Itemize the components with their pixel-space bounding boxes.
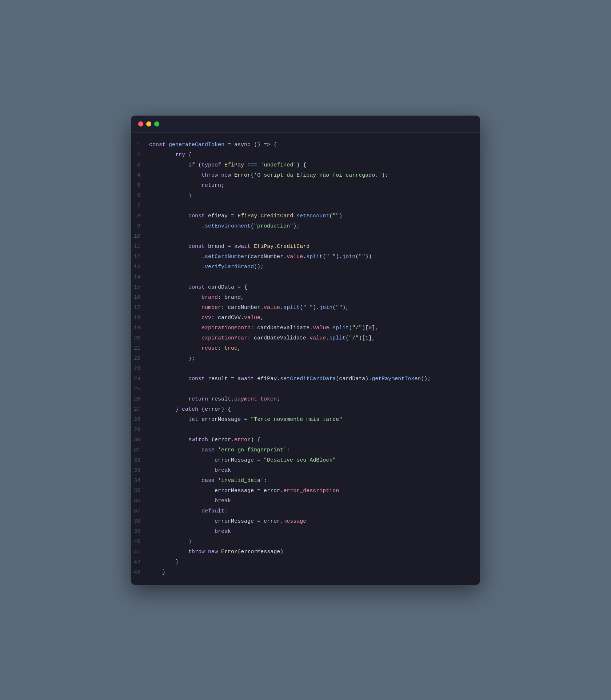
line-number: 8 — [131, 212, 149, 221]
code-line: 24 const result = await efiPay.setCredit… — [131, 374, 480, 384]
code-line: 28 let errorMessage = "Tente novamente m… — [131, 415, 480, 425]
line-content: } — [149, 537, 192, 547]
code-line: 13 .verifyCardBrand(); — [131, 262, 480, 272]
line-number: 6 — [131, 191, 149, 201]
maximize-button[interactable] — [154, 121, 159, 126]
line-content: reuse: true, — [149, 344, 241, 353]
line-content: errorMessage = "Desative seu AdBlock" — [149, 456, 336, 465]
code-line: 2 try { — [131, 150, 480, 160]
line-number: 21 — [131, 344, 149, 353]
line-number: 2 — [131, 150, 149, 160]
code-line: 23 — [131, 364, 480, 374]
line-content: const cardData = { — [149, 283, 247, 292]
line-number: 22 — [131, 354, 149, 363]
line-number: 19 — [131, 323, 149, 333]
line-number: 42 — [131, 558, 149, 567]
line-content: const result = await efiPay.setCreditCar… — [149, 374, 431, 384]
line-number: 9 — [131, 222, 149, 231]
line-number: 40 — [131, 537, 149, 547]
line-content: const generateCardToken = async () => { — [149, 140, 277, 150]
code-line: 19 expirationMonth: cardDateValidate.val… — [131, 323, 480, 333]
line-content: errorMessage = error.message — [149, 517, 306, 526]
line-content: let errorMessage = "Tente novamente mais… — [149, 415, 342, 425]
line-content: cvv: cardCVV.value, — [149, 313, 264, 323]
line-number: 26 — [131, 395, 149, 404]
code-line: 6 } — [131, 191, 480, 201]
line-content: case 'erro_gn_fingerprint': — [149, 446, 290, 455]
code-container: 1 const generateCardToken = async () => … — [131, 133, 480, 585]
line-content: .setCardNumber(cardNumber.value.split(" … — [149, 252, 372, 262]
code-line: 31 case 'erro_gn_fingerprint': — [131, 445, 480, 455]
line-number: 15 — [131, 283, 149, 292]
code-editor-window: 1 const generateCardToken = async () => … — [131, 116, 480, 585]
line-number: 28 — [131, 415, 149, 425]
line-content: } — [149, 558, 179, 567]
line-number: 33 — [131, 466, 149, 475]
line-content: expirationMonth: cardDateValidate.value.… — [149, 323, 378, 333]
line-number: 20 — [131, 334, 149, 343]
line-content: break — [149, 496, 231, 506]
line-content: throw new Error(errorMessage) — [149, 547, 283, 557]
code-line: 22 }; — [131, 354, 480, 364]
line-content: break — [149, 527, 231, 536]
code-line: 36 break — [131, 496, 480, 506]
line-number: 10 — [131, 232, 149, 241]
code-line: 14 — [131, 272, 480, 282]
line-content: expirationYear: cardDateValidate.value.s… — [149, 334, 375, 343]
code-line: 4 throw new Error('O script da Efipay nã… — [131, 170, 480, 181]
line-content: } — [149, 568, 165, 577]
line-number: 41 — [131, 547, 149, 557]
line-content: return result.payment_token; — [149, 395, 280, 404]
code-line: 40 } — [131, 537, 480, 547]
code-line: 43 } — [131, 567, 480, 578]
line-number: 13 — [131, 262, 149, 272]
code-line: 16 brand: brand, — [131, 293, 480, 303]
code-line: 20 expirationYear: cardDateValidate.valu… — [131, 333, 480, 343]
line-content: break — [149, 466, 231, 475]
line-number: 16 — [131, 293, 149, 302]
line-number: 18 — [131, 313, 149, 323]
line-number: 38 — [131, 517, 149, 526]
minimize-button[interactable] — [146, 121, 151, 126]
line-content: switch (error.error) { — [149, 435, 260, 445]
code-line: 37 default: — [131, 506, 480, 516]
line-number: 31 — [131, 446, 149, 455]
code-line: 17 number: cardNumber.value.split(" ").j… — [131, 303, 480, 313]
code-line: 29 — [131, 425, 480, 435]
code-line: 18 cvv: cardCVV.value, — [131, 313, 480, 323]
line-number: 25 — [131, 385, 149, 394]
line-number: 24 — [131, 374, 149, 384]
line-number: 27 — [131, 405, 149, 414]
code-line: 32 errorMessage = "Desative seu AdBlock" — [131, 455, 480, 466]
line-content: number: cardNumber.value.split(" ").join… — [149, 303, 349, 313]
close-button[interactable] — [138, 121, 143, 126]
code-line: 42 } — [131, 557, 480, 567]
line-content: errorMessage = error.error_description — [149, 486, 339, 496]
line-content: brand: brand, — [149, 293, 244, 302]
code-line: 21 reuse: true, — [131, 343, 480, 354]
line-number: 4 — [131, 171, 149, 180]
line-number: 1 — [131, 140, 149, 150]
line-number: 34 — [131, 476, 149, 486]
code-line: 8 const efiPay = EfiPay.CreditCard.setAc… — [131, 211, 480, 221]
line-content: const brand = await EfiPay.CreditCard — [149, 242, 310, 252]
code-line: 41 throw new Error(errorMessage) — [131, 547, 480, 557]
line-number: 23 — [131, 364, 149, 374]
line-content: } catch (error) { — [149, 405, 231, 414]
code-line: 1 const generateCardToken = async () => … — [131, 140, 480, 150]
line-number: 43 — [131, 568, 149, 577]
line-number: 11 — [131, 242, 149, 252]
line-number: 37 — [131, 507, 149, 516]
code-line: 25 — [131, 384, 480, 394]
code-line: 15 const cardData = { — [131, 282, 480, 293]
code-line: 35 errorMessage = error.error_descriptio… — [131, 486, 480, 496]
line-content: default: — [149, 507, 228, 516]
line-number: 35 — [131, 486, 149, 496]
line-content: .verifyCardBrand(); — [149, 262, 264, 272]
line-content: }; — [149, 354, 195, 363]
code-line: 9 .setEnvironment("production"); — [131, 221, 480, 232]
line-number: 39 — [131, 527, 149, 536]
line-number: 5 — [131, 181, 149, 190]
code-line: 27 } catch (error) { — [131, 405, 480, 415]
code-line: 33 break — [131, 466, 480, 476]
